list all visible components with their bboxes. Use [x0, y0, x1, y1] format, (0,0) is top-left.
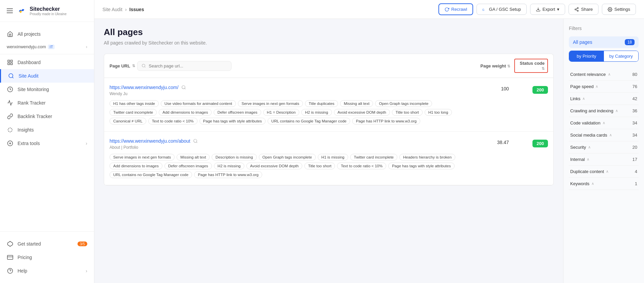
category-item[interactable]: Social media cards ∧ 34	[569, 129, 639, 141]
status-code: 200	[514, 138, 548, 147]
sidebar-item-backlink-tracker[interactable]: Backlink Tracker	[0, 110, 94, 123]
google-icon: G	[482, 7, 487, 12]
tag[interactable]: Headers hierarchy is broken	[399, 154, 455, 161]
tag[interactable]: Use video formats for animated content	[161, 100, 236, 107]
tag[interactable]: Canonical ≠ URL	[110, 118, 146, 124]
tag[interactable]: Avoid excessive DOM depth	[246, 163, 302, 169]
content-area: All pages All pages crawled by Sitecheck…	[94, 19, 644, 283]
project-arrow-icon: ›	[86, 44, 87, 49]
category-count: 36	[633, 108, 637, 113]
tag[interactable]: Avoid excessive DOM depth	[334, 109, 390, 116]
tag[interactable]: Page has HTTP link to www.w3.org	[194, 171, 262, 178]
tag[interactable]: Missing alt text	[340, 100, 373, 107]
tag[interactable]: Add dimensions to images	[159, 109, 212, 116]
tag[interactable]: Add dimensions to images	[110, 163, 162, 169]
sidebar-item-pricing[interactable]: Pricing	[0, 251, 94, 264]
tag[interactable]: URL contains no Google Tag Manager code	[110, 171, 192, 178]
tag[interactable]: Serve images in next gen formats	[110, 154, 175, 161]
svg-line-37	[196, 142, 197, 143]
tag[interactable]: Twitter card incomplete	[110, 109, 157, 116]
category-label: Security ∧	[570, 145, 591, 150]
col-status-header: Status code ⇅	[514, 59, 548, 73]
search-url-icon[interactable]	[181, 85, 186, 90]
sidebar-item-all-projects[interactable]: All projects	[0, 27, 94, 41]
tag[interactable]: URL contains no Google Tag Manager code	[268, 118, 350, 124]
tag[interactable]: Text to code ratio < 10%	[337, 163, 386, 169]
nav-label: All projects	[18, 31, 40, 37]
filter-btn-group: by Priority by Category	[569, 51, 639, 62]
category-item[interactable]: Crawling and indexing ∧ 36	[569, 105, 639, 117]
tag[interactable]: Defer offscreen images	[214, 109, 261, 116]
tag[interactable]: Open Graph tags incomplete	[259, 154, 316, 161]
sidebar-item-extra-tools[interactable]: Extra tools ›	[0, 137, 94, 150]
sidebar-item-site-monitoring[interactable]: Site Monitoring	[0, 83, 94, 96]
category-item[interactable]: Duplicate content ∧ 4	[569, 166, 639, 178]
ga-gsc-button[interactable]: G GA / GSC Setup	[477, 4, 527, 15]
sidebar-item-rank-tracker[interactable]: Rank Tracker	[0, 96, 94, 110]
export-button[interactable]: Export ▾	[530, 4, 565, 15]
settings-button[interactable]: Settings	[602, 4, 636, 15]
tag[interactable]: H1 = Description	[263, 109, 299, 116]
sidebar-item-get-started[interactable]: Get started 3/5	[0, 237, 94, 251]
category-item[interactable]: Internal ∧ 17	[569, 153, 639, 166]
category-item[interactable]: Security ∧ 20	[569, 141, 639, 153]
nav-label: Get started	[18, 241, 41, 247]
url-search-input[interactable]	[149, 63, 227, 68]
tag[interactable]: Text to code ratio < 10%	[148, 118, 197, 124]
tag[interactable]: Missing alt text	[177, 154, 210, 161]
filter-by-category-button[interactable]: by Category	[604, 51, 639, 61]
tag[interactable]: H1 too long	[425, 109, 452, 116]
all-pages-filter[interactable]: All pages 18	[569, 36, 639, 48]
category-count: 34	[633, 120, 637, 125]
grid-icon	[7, 59, 13, 66]
tag[interactable]: H1 is missing	[318, 154, 348, 161]
url-link[interactable]: https://www.wenxinwendyju.com/about	[110, 138, 190, 144]
sidebar-item-help[interactable]: Help ›	[0, 264, 94, 278]
hamburger-menu[interactable]	[7, 8, 13, 13]
url-link[interactable]: https://www.wenxinwendyju.com/	[110, 85, 179, 90]
tag[interactable]: Open Graph tags incomplete	[375, 100, 432, 107]
category-count: 80	[633, 72, 637, 77]
sidebar-project-item[interactable]: wenxinwendyju.com IT ›	[0, 41, 94, 53]
category-label: Social media cards ∧	[570, 133, 612, 138]
tag[interactable]: H2 is missing	[301, 109, 332, 116]
sidebar-item-site-audit[interactable]: Site Audit	[0, 69, 94, 83]
tag[interactable]: Title too short	[392, 109, 423, 116]
tag[interactable]: Page has tags with style attributes	[200, 118, 266, 124]
sort-icon[interactable]: ⇅	[132, 64, 135, 68]
caret-icon: ∧	[588, 145, 591, 149]
svg-rect-2	[11, 60, 12, 62]
tag[interactable]: Serve images in next gen formats	[238, 100, 303, 107]
status-badge: 200	[532, 140, 548, 147]
category-item[interactable]: Keywords ∧ 1	[569, 178, 639, 190]
sidebar-item-insights[interactable]: Insights	[0, 123, 94, 137]
svg-point-31	[609, 9, 611, 10]
tag[interactable]: Defer offscreen images	[164, 163, 212, 169]
search-url-icon[interactable]	[193, 139, 198, 143]
tag[interactable]: Page has tags with style attributes	[388, 163, 455, 169]
category-item[interactable]: Code validation ∧ 34	[569, 117, 639, 129]
page-title: All pages	[104, 27, 554, 37]
tag[interactable]: H1 has other tags inside	[110, 100, 159, 107]
page-url: https://www.wenxinwendyju.com/	[110, 85, 470, 90]
filter-by-priority-button[interactable]: by Priority	[569, 51, 604, 61]
tag[interactable]: Title too short	[304, 163, 335, 169]
category-item[interactable]: Content relevance ∧ 80	[569, 68, 639, 81]
get-started-badge: 3/5	[78, 242, 87, 246]
category-item[interactable]: Links ∧ 42	[569, 93, 639, 105]
tag[interactable]: Page has HTTP link to www.w3.org	[352, 118, 420, 124]
category-list: Content relevance ∧ 80 Page speed ∧ 76 L…	[569, 68, 639, 190]
category-item[interactable]: Page speed ∧ 76	[569, 81, 639, 93]
recrawl-button[interactable]: Recrawl	[438, 3, 473, 15]
tag[interactable]: Twitter card incomplete	[350, 154, 397, 161]
tag[interactable]: Title duplicates	[305, 100, 338, 107]
caret-icon: ∧	[587, 157, 589, 162]
tag[interactable]: H2 is missing	[214, 163, 244, 169]
svg-point-32	[142, 64, 145, 67]
share-button[interactable]: Share	[569, 4, 599, 15]
svg-line-11	[11, 131, 12, 132]
topbar-actions: Recrawl G GA / GSC Setup Export ▾ Share …	[438, 3, 636, 15]
tag[interactable]: Description is missing	[212, 154, 256, 161]
sidebar-item-dashboard[interactable]: Dashboard	[0, 56, 94, 69]
topbar: Site Audit › Issues Recrawl G GA / GSC S…	[94, 0, 644, 19]
